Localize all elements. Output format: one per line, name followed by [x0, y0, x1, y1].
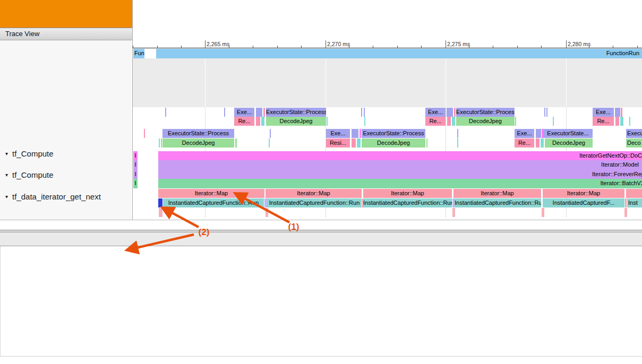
trace-slice[interactable]: [553, 117, 554, 126]
trace-slice[interactable]: [544, 108, 545, 117]
trace-slice[interactable]: Iterator::Map: [158, 189, 264, 198]
trace-slice[interactable]: [615, 108, 620, 117]
trace-slice[interactable]: [359, 129, 361, 138]
trace-slice[interactable]: [541, 138, 544, 148]
trace-slice[interactable]: [626, 189, 642, 198]
trace-slice[interactable]: Re...: [425, 117, 446, 126]
trace-slice[interactable]: ExecutorState::Process: [456, 108, 515, 117]
trace-slice[interactable]: [542, 208, 544, 217]
trace-slice[interactable]: Exe...: [515, 129, 534, 138]
trace-slice[interactable]: Iterator::Model: [158, 160, 642, 170]
trace-slice[interactable]: FunctionRun: [156, 49, 642, 58]
trace-slice[interactable]: [454, 108, 456, 117]
trace-slice[interactable]: [621, 108, 622, 117]
trace-slice[interactable]: I: [133, 179, 138, 188]
trace-slice[interactable]: I: [133, 160, 138, 170]
trace-slice[interactable]: ExecutorState::Process: [362, 129, 425, 138]
trace-slice[interactable]: Iterator::Map: [543, 189, 624, 198]
trace-slice[interactable]: Execut: [626, 129, 642, 138]
trace-slice[interactable]: Iterator::BatchV2: [158, 179, 642, 188]
trace-slice[interactable]: [536, 129, 541, 138]
trace-slice[interactable]: [161, 138, 162, 148]
expander-triangle-icon[interactable]: ▾: [5, 172, 8, 178]
trace-slice[interactable]: [263, 108, 265, 117]
trace-slice[interactable]: [426, 138, 427, 148]
trace-slice[interactable]: ExecutorState::Process: [266, 108, 326, 117]
selected-slice[interactable]: [158, 198, 162, 207]
trace-slice[interactable]: [536, 138, 540, 148]
trace-slice[interactable]: [615, 117, 619, 126]
expander-triangle-icon[interactable]: ▾: [5, 194, 8, 200]
trace-slice[interactable]: [352, 138, 356, 148]
trace-slice[interactable]: [352, 129, 358, 138]
trace-slice[interactable]: ExecutorState::Process: [162, 129, 234, 138]
trace-slice[interactable]: I: [133, 151, 138, 160]
trace-slice[interactable]: [620, 117, 623, 126]
trace-slice[interactable]: [266, 208, 268, 217]
trace-slice[interactable]: DecodeJpeg: [266, 117, 326, 126]
trace-slice[interactable]: Re...: [515, 138, 534, 148]
trace-slice[interactable]: [357, 138, 361, 148]
trace-slice[interactable]: [270, 129, 271, 138]
trace-slice[interactable]: DecodeJpeg: [362, 138, 425, 148]
trace-slice[interactable]: [452, 208, 455, 217]
trace-slice[interactable]: Resi...: [326, 138, 350, 148]
trace-slice[interactable]: InstantiatedCapturedFunction::Run: [267, 198, 362, 207]
trace-slice[interactable]: DecodeJpeg: [456, 117, 515, 126]
slice-label: FunctionRun: [606, 50, 639, 56]
trace-slice[interactable]: [447, 108, 453, 117]
trace-slice[interactable]: Exe...: [593, 108, 614, 117]
ruler-minor-tick: [397, 46, 398, 48]
expander-triangle-icon[interactable]: ▾: [5, 151, 8, 157]
trace-slice[interactable]: ExecutorState...: [543, 129, 593, 138]
sidebar-track-tf_Compute[interactable]: ▾tf_Compute: [5, 149, 54, 159]
trace-slice[interactable]: [256, 117, 260, 126]
trace-slice[interactable]: [447, 117, 451, 126]
trace-slice[interactable]: Re...: [593, 117, 614, 126]
trace-slice[interactable]: [452, 117, 455, 126]
trace-slice[interactable]: Deco: [626, 138, 642, 148]
trace-slice[interactable]: [261, 117, 264, 126]
trace-slice[interactable]: Iterator::Map: [453, 189, 541, 198]
trace-slice[interactable]: Iterator::Map: [363, 189, 452, 198]
trace-slice[interactable]: InstantiatedCapturedFunction::Run: [363, 198, 452, 207]
trace-slice[interactable]: [165, 108, 166, 117]
trace-slice[interactable]: [546, 108, 547, 117]
trace-slice[interactable]: InstantiatedCapturedF...: [543, 198, 624, 207]
trace-slice[interactable]: Exe...: [234, 108, 254, 117]
trace-slice[interactable]: [327, 117, 328, 126]
trace-slice[interactable]: [457, 129, 458, 138]
trace-slice[interactable]: [361, 108, 362, 117]
trace-slice[interactable]: DecodeJpeg: [545, 138, 593, 148]
trace-slice[interactable]: [515, 117, 516, 126]
trace-slice[interactable]: DecodeJpeg: [162, 138, 234, 148]
trace-slice[interactable]: Fun: [133, 49, 144, 58]
trace-slice[interactable]: [629, 117, 630, 126]
trace-slice[interactable]: [269, 138, 270, 148]
timeline-pane[interactable]: 2,265 ms2,270 ms2,275 ms2,280 ms FunFunc…: [132, 0, 642, 220]
trace-slice[interactable]: [224, 108, 225, 117]
trace-slice[interactable]: IteratorGetNextOp::DoC: [158, 151, 642, 160]
trace-slice[interactable]: [256, 108, 262, 117]
trace-slice[interactable]: Iterator::Map: [266, 189, 362, 198]
trace-slice[interactable]: [159, 208, 162, 217]
sidebar-track-tf_Compute[interactable]: ▾tf_Compute: [5, 170, 54, 180]
trace-slice[interactable]: InstantiatedCapturedFunction::Run: [163, 198, 264, 207]
trace-slice[interactable]: [457, 138, 458, 148]
time-ruler[interactable]: 2,265 ms2,270 ms2,275 ms2,280 ms: [133, 40, 642, 48]
trace-slice[interactable]: [364, 108, 365, 117]
trace-slice[interactable]: [159, 138, 160, 148]
trace-slice[interactable]: [364, 117, 365, 126]
trace-slice[interactable]: InstantiatedCapturedFunction::Run: [455, 198, 541, 207]
trace-slice[interactable]: Exe...: [326, 129, 350, 138]
trace-slice[interactable]: Inst: [627, 198, 642, 207]
trace-slice[interactable]: [144, 129, 145, 138]
trace-slice[interactable]: I: [133, 170, 138, 179]
trace-slice[interactable]: Exe...: [425, 108, 446, 117]
trace-slice[interactable]: [624, 208, 627, 217]
trace-slice[interactable]: [625, 198, 627, 207]
sidebar-track-tf_data_iterator_get_next[interactable]: ▾tf_data_iterator_get_next: [5, 192, 101, 202]
trace-slice[interactable]: Iterator::ForeverRep: [158, 170, 642, 179]
trace-slice[interactable]: [235, 138, 237, 148]
trace-slice[interactable]: Re...: [234, 117, 254, 126]
